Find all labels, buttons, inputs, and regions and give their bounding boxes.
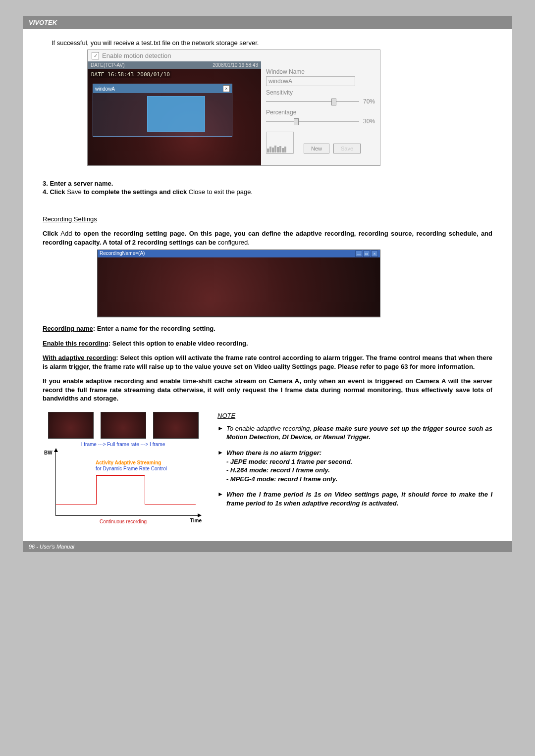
param-adaptive-recording: With adaptive recording: Select this opt…: [43, 353, 492, 371]
window-name-input[interactable]: windowA: [266, 76, 355, 86]
document-page: VIVOTEK If successful, you will receive …: [23, 16, 512, 552]
bandwidth-diagram: I frame ---> Full frame rate ---> I fram…: [43, 412, 204, 524]
continuous-recording-label: Continuous recording: [43, 519, 204, 524]
page-footer: 96 - User's Manual: [23, 541, 512, 552]
note-item-1: ► To enable adaptive recording, please m…: [217, 424, 492, 442]
activity-bars: [266, 132, 294, 153]
motion-detection-panel: ✓ Enable motion detection DATE(TCP-AV) 2…: [87, 50, 380, 166]
detection-region[interactable]: [147, 96, 205, 132]
motion-body: DATE(TCP-AV) 2008/01/10 16:58:43 DATE 16…: [88, 61, 380, 165]
bw-chart: BW Time Activity Adaptive Streaming for …: [55, 451, 199, 516]
activity-text: Activity Adaptive Streaming for Dynamic …: [96, 460, 167, 472]
recording-screenshot: RecordingName=(A) — ▭ ×: [97, 250, 380, 317]
save-button[interactable]: Save: [333, 144, 361, 153]
video-preview: DATE(TCP-AV) 2008/01/10 16:58:43 DATE 16…: [88, 61, 261, 165]
thumbnail-row: [43, 412, 204, 439]
new-button[interactable]: New: [304, 144, 329, 153]
preview-title-left: DATE(TCP-AV): [91, 62, 125, 68]
steps-block: 3. Enter a server name. 4. Click Save to…: [43, 180, 492, 196]
thumb-fullrate: [101, 412, 146, 439]
preview-title-bar: DATE(TCP-AV) 2008/01/10 16:58:43: [88, 61, 261, 69]
detection-window-titlebar: windowA ×: [93, 84, 232, 93]
preview-title-right: 2008/01/10 16:58:43: [213, 62, 258, 68]
param-recording-name: Recording name: Enter a name for the rec…: [43, 324, 492, 333]
recording-settings-title: Recording Settings: [43, 215, 492, 223]
intro-text: If successful, you will receive a test.t…: [52, 39, 492, 47]
percentage-slider[interactable]: [266, 121, 359, 122]
sensitivity-label: Sensitivity: [266, 89, 375, 96]
flow-labels: I frame ---> Full frame rate ---> I fram…: [43, 442, 204, 447]
note-section: I frame ---> Full frame rate ---> I fram…: [43, 412, 492, 524]
arrow-right-icon: [198, 513, 202, 517]
sensitivity-value: 70%: [363, 98, 375, 105]
param-enable-recording: Enable this recording: Select this optio…: [43, 339, 492, 348]
footer-text: 96 - User's Manual: [29, 544, 74, 550]
preview-image: DATE 16:58:43 2008/01/10 windowA ×: [88, 69, 261, 165]
enable-motion-label: Enable motion detection: [102, 52, 171, 59]
detection-window-title: windowA: [95, 86, 115, 92]
arrow-up-icon: [54, 448, 58, 452]
step-4: 4. Click Save to complete the settings a…: [43, 188, 492, 196]
close-window-icon[interactable]: ×: [371, 251, 378, 257]
maximize-icon[interactable]: ▭: [363, 251, 370, 257]
recording-bar-title: RecordingName=(A): [100, 251, 145, 257]
recording-settings-desc: Click Add to open the recording setting …: [43, 229, 492, 247]
close-icon[interactable]: ×: [223, 85, 230, 92]
thumb-iframe-2: [153, 412, 199, 439]
window-controls: — ▭ ×: [355, 251, 378, 257]
minimize-icon[interactable]: —: [355, 251, 362, 257]
timestamp-overlay: DATE 16:58:43 2008/01/10: [90, 71, 171, 78]
note-item-2: ► When there is no alarm trigger: - JEPE…: [217, 449, 492, 483]
note-item-3: ► When the I frame period is 1s on Video…: [217, 490, 492, 507]
thumb-iframe-1: [48, 412, 94, 439]
brand-text: VIVOTEK: [29, 19, 57, 26]
percentage-label: Percentage: [266, 109, 375, 116]
bw-axis-label: BW: [44, 450, 53, 455]
recording-titlebar: RecordingName=(A) — ▭ ×: [98, 250, 380, 257]
param-adaptive-recording-2: If you enable adaptive recording and ena…: [43, 377, 492, 403]
enable-motion-checkbox[interactable]: ✓: [92, 52, 99, 59]
triangle-icon: ►: [217, 490, 223, 507]
triangle-icon: ►: [217, 449, 223, 483]
motion-settings-column: Window Name windowA Sensitivity 70% Perc…: [261, 61, 380, 165]
window-name-label: Window Name: [266, 68, 375, 75]
motion-top-row: ✓ Enable motion detection: [88, 50, 380, 61]
step-3: 3. Enter a server name.: [43, 180, 492, 187]
page-header: VIVOTEK: [23, 16, 512, 29]
motion-buttons: New Save: [304, 144, 361, 153]
time-axis-label: Time: [190, 518, 202, 523]
triangle-icon: ►: [217, 424, 223, 442]
note-title: NOTE: [217, 412, 492, 419]
sensitivity-row: 70%: [266, 98, 375, 105]
percentage-row: 30%: [266, 118, 375, 125]
percentage-value: 30%: [363, 118, 375, 125]
recording-preview-image: [98, 257, 380, 316]
note-column: NOTE ► To enable adaptive recording, ple…: [217, 412, 492, 514]
sensitivity-slider[interactable]: [266, 101, 359, 102]
